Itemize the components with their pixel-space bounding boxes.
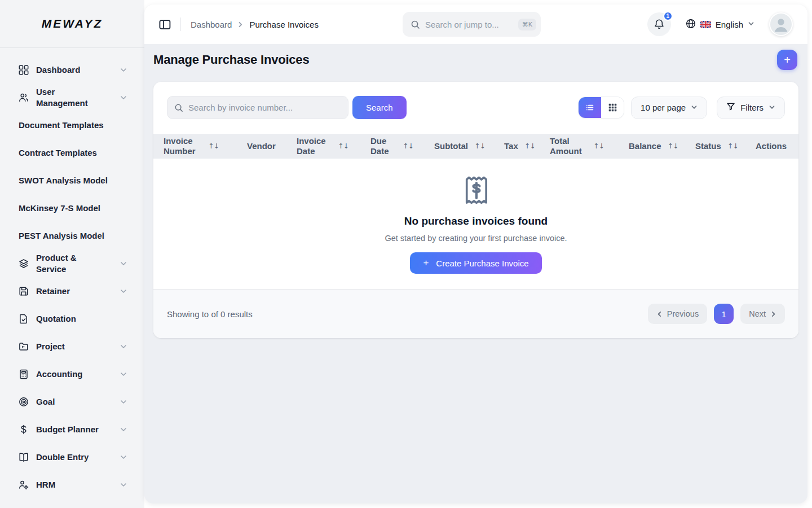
column-header-due-date[interactable]: Due Date ↑↓ bbox=[370, 136, 434, 157]
pagination: Previous 1 Next bbox=[648, 304, 785, 324]
chevron-right-icon bbox=[237, 20, 244, 29]
sidebar-item-label: Retainer bbox=[36, 286, 70, 297]
brand-logo-container: MEWAYZ bbox=[0, 0, 144, 48]
sidebar-item-dashboard[interactable]: Dashboard bbox=[0, 56, 144, 84]
chevron-right-icon bbox=[770, 311, 776, 317]
sidebar-item-hrm[interactable]: HRM bbox=[0, 471, 144, 498]
page-1-button[interactable]: 1 bbox=[714, 304, 734, 324]
sidebar-item-retainer[interactable]: Retainer bbox=[0, 277, 144, 305]
calculator-icon bbox=[19, 369, 29, 379]
chevron-down-icon bbox=[120, 94, 127, 102]
grid-icon bbox=[608, 103, 617, 112]
sidebar-nav: Dashboard User Management Document Templ… bbox=[0, 48, 144, 498]
column-header-invoice-number[interactable]: Invoice Number ↑↓ bbox=[164, 136, 247, 157]
sidebar-item-label: User Management bbox=[36, 86, 95, 108]
sidebar-item-product-service[interactable]: Product & Service bbox=[0, 249, 144, 277]
column-header-subtotal[interactable]: Subtotal ↑↓ bbox=[434, 141, 504, 151]
sidebar-item-label: Quotation bbox=[36, 313, 76, 325]
global-search: ⌘K bbox=[403, 12, 541, 37]
sort-icon: ↑↓ bbox=[668, 142, 678, 150]
next-page-button[interactable]: Next bbox=[740, 304, 785, 324]
empty-state: No purchase invoices found Get started b… bbox=[153, 159, 798, 289]
sidebar-item-label: Dashboard bbox=[36, 64, 80, 76]
column-header-status[interactable]: Status ↑↓ bbox=[695, 141, 756, 151]
language-selector[interactable]: English bbox=[686, 19, 754, 30]
invoice-search bbox=[167, 96, 348, 119]
sidebar-item-label: Project bbox=[36, 341, 65, 352]
breadcrumb-current: Purchase Invoices bbox=[249, 20, 319, 29]
table-header: Invoice Number ↑↓ Vendor Invoice Date ↑↓… bbox=[153, 134, 798, 159]
dollar-icon bbox=[19, 424, 29, 435]
table-toolbar: Search 10 per page Filters bbox=[153, 82, 798, 134]
previous-page-button[interactable]: Previous bbox=[648, 304, 707, 324]
column-header-balance[interactable]: Balance ↑↓ bbox=[629, 141, 695, 151]
sidebar-item-document-templates[interactable]: Document Templates bbox=[0, 111, 144, 139]
sidebar-item-swot-analysis[interactable]: SWOT Analysis Model bbox=[0, 167, 144, 194]
sidebar-item-quotation[interactable]: Quotation bbox=[0, 305, 144, 332]
sidebar-item-pest-analysis[interactable]: PEST Analysis Model bbox=[0, 222, 144, 249]
sidebar-item-goal[interactable]: Goal bbox=[0, 388, 144, 415]
filters-button[interactable]: Filters bbox=[717, 97, 785, 119]
sidebar-item-label: Budget Planner bbox=[36, 424, 99, 435]
grid-icon bbox=[19, 65, 29, 75]
global-search-input[interactable] bbox=[425, 20, 513, 29]
grid-view-button[interactable] bbox=[601, 97, 624, 118]
brand-logo: MEWAYZ bbox=[42, 17, 103, 30]
sidebar-toggle-icon[interactable] bbox=[159, 19, 171, 30]
column-header-tax[interactable]: Tax ↑↓ bbox=[504, 141, 550, 151]
book-open-icon bbox=[19, 452, 29, 462]
chevron-down-icon bbox=[120, 426, 127, 433]
sidebar-item-user-management[interactable]: User Management bbox=[0, 84, 144, 111]
keyboard-shortcut-badge: ⌘K bbox=[518, 19, 536, 30]
sidebar-item-accounting[interactable]: Accounting bbox=[0, 360, 144, 388]
per-page-label: 10 per page bbox=[641, 103, 686, 112]
sidebar-item-label: Double Entry bbox=[36, 452, 89, 463]
user-gear-icon bbox=[19, 480, 29, 490]
main-panel: Dashboard Purchase Invoices ⌘K 1 English bbox=[144, 5, 807, 503]
empty-state-subtitle: Get started by creating your first purch… bbox=[153, 234, 798, 243]
sidebar-item-label: SWOT Analysis Model bbox=[19, 175, 108, 186]
chevron-down-icon bbox=[120, 66, 127, 74]
view-toggle bbox=[579, 97, 624, 118]
invoices-card: Search 10 per page Filters bbox=[153, 82, 798, 338]
sidebar-item-project[interactable]: Project bbox=[0, 332, 144, 360]
filter-icon bbox=[726, 102, 735, 113]
page-title: Manage Purchase Invoices bbox=[153, 52, 309, 67]
sort-icon: ↑↓ bbox=[593, 142, 604, 150]
sidebar-item-budget-planner[interactable]: Budget Planner bbox=[0, 415, 144, 443]
content-area: Manage Purchase Invoices + Search bbox=[144, 44, 807, 503]
search-button[interactable]: Search bbox=[352, 96, 407, 119]
breadcrumb-dashboard[interactable]: Dashboard bbox=[191, 20, 232, 29]
per-page-select[interactable]: 10 per page bbox=[631, 97, 707, 119]
sidebar-item-label: PEST Analysis Model bbox=[19, 230, 104, 242]
column-header-total-amount[interactable]: Total Amount ↑↓ bbox=[550, 136, 629, 157]
chevron-left-icon bbox=[656, 311, 663, 317]
sort-icon: ↑↓ bbox=[474, 142, 485, 150]
sidebar-item-double-entry[interactable]: Double Entry bbox=[0, 443, 144, 471]
add-invoice-button[interactable]: + bbox=[777, 50, 797, 70]
notifications-button[interactable]: 1 bbox=[647, 12, 671, 36]
column-header-vendor: Vendor bbox=[247, 141, 297, 151]
invoice-search-input[interactable] bbox=[188, 103, 341, 112]
create-purchase-invoice-button[interactable]: + Create Purchase Invoice bbox=[410, 252, 541, 274]
chevron-down-icon bbox=[769, 103, 775, 112]
receipt-icon bbox=[153, 174, 798, 208]
sidebar-item-label: HRM bbox=[36, 479, 55, 491]
sidebar-item-label: Product & Service bbox=[36, 252, 95, 274]
sidebar-item-contract-templates[interactable]: Contract Templates bbox=[0, 139, 144, 167]
sidebar-item-label: Document Templates bbox=[19, 120, 104, 131]
divider bbox=[180, 17, 181, 31]
file-check-icon bbox=[19, 314, 29, 324]
breadcrumb: Dashboard Purchase Invoices bbox=[191, 20, 319, 29]
avatar[interactable] bbox=[769, 12, 793, 36]
sidebar-item-label: Contract Templates bbox=[19, 147, 97, 159]
language-label: English bbox=[716, 20, 743, 29]
target-icon bbox=[19, 397, 29, 407]
save-icon bbox=[19, 286, 29, 296]
column-header-invoice-date[interactable]: Invoice Date ↑↓ bbox=[297, 136, 370, 157]
sort-icon: ↑↓ bbox=[208, 142, 219, 150]
sidebar-item-label: McKinsey 7-S Model bbox=[19, 203, 100, 214]
list-view-button[interactable] bbox=[579, 97, 601, 118]
sidebar-item-mckinsey-7s[interactable]: McKinsey 7-S Model bbox=[0, 194, 144, 222]
chevron-down-icon bbox=[120, 260, 127, 268]
